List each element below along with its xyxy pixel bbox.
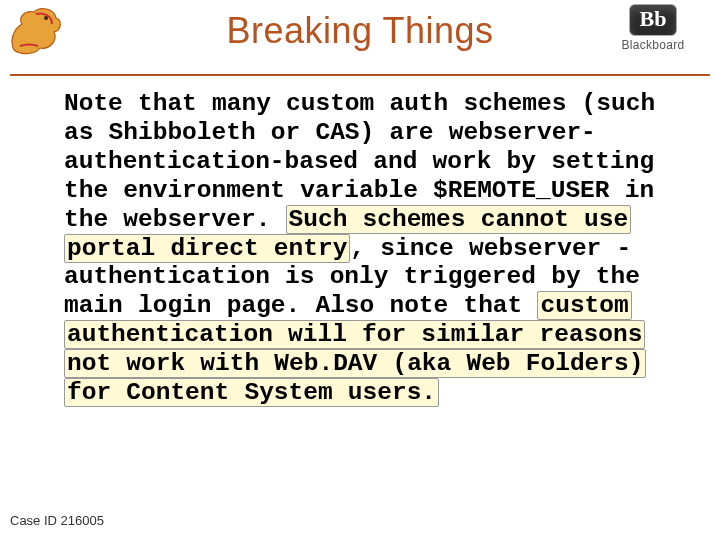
slide: Breaking Things Bb Blackboard Note that …	[0, 0, 720, 540]
brand-mark: Bb	[629, 4, 678, 36]
slide-header: Breaking Things Bb Blackboard	[0, 0, 720, 72]
footer-case-id: Case ID 216005	[10, 513, 104, 528]
svg-point-0	[44, 16, 48, 20]
brand-name: Blackboard	[598, 38, 708, 52]
slide-body: Note that many custom auth schemes (such…	[0, 76, 720, 408]
griffin-logo	[6, 4, 66, 58]
note-paragraph: Note that many custom auth schemes (such…	[64, 90, 676, 408]
brand-logo: Bb Blackboard	[598, 4, 708, 52]
